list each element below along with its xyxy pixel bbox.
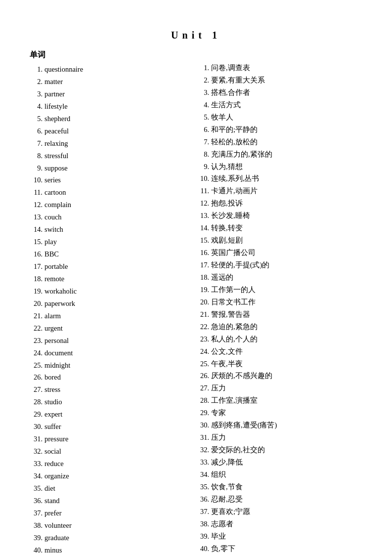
- meaning-item: 2.要紧,有重大关系: [194, 74, 362, 86]
- word-item: 27.stress: [30, 383, 184, 396]
- meaning-text: 压力: [211, 382, 362, 394]
- meaning-text: 认为,猜想: [211, 161, 362, 173]
- meaning-item: 21.警报,警告器: [194, 308, 362, 321]
- word-item: 25.midnight: [30, 359, 184, 372]
- meaning-item: 18.遥远的: [194, 271, 362, 284]
- meaning-number: 35.: [194, 481, 209, 493]
- word-number: 40.: [30, 544, 43, 553]
- meaning-number: 6.: [194, 124, 209, 136]
- meaning-text: 厌烦的,不感兴趣的: [211, 370, 362, 382]
- word-text: partner: [44, 88, 184, 100]
- meaning-number: 4.: [194, 99, 209, 111]
- meanings-list: 1.问卷,调查表2.要紧,有重大关系3.搭档,合作者4.生活方式5.牧羊人6.和…: [194, 62, 362, 553]
- word-number: 35.: [30, 482, 43, 495]
- word-item: 5.shepherd: [30, 113, 184, 125]
- word-number: 17.: [30, 260, 43, 273]
- word-item: 32.social: [30, 445, 184, 458]
- word-item: 26.bored: [30, 371, 184, 383]
- word-text: suppose: [44, 162, 184, 174]
- meaning-number: 9.: [194, 161, 209, 173]
- meaning-text: 轻松的,放松的: [211, 136, 362, 148]
- word-text: matter: [44, 76, 184, 88]
- word-number: 9.: [30, 162, 43, 174]
- word-text: stand: [44, 495, 184, 507]
- word-number: 38.: [30, 519, 43, 532]
- meaning-number: 8.: [194, 148, 209, 161]
- meaning-text: 私人的,个人的: [211, 333, 362, 345]
- word-number: 2.: [30, 76, 43, 88]
- word-number: 16.: [30, 248, 43, 260]
- word-number: 33.: [30, 458, 43, 470]
- word-text: organize: [44, 470, 184, 482]
- word-item: 28.studio: [30, 396, 184, 408]
- meaning-number: 28.: [194, 394, 209, 407]
- meaning-item: 19.工作第一的人: [194, 284, 362, 296]
- meaning-text: 充满压力的,紧张的: [211, 148, 362, 161]
- meaning-text: 抱怨,投诉: [211, 197, 362, 210]
- word-text: reduce: [44, 458, 184, 470]
- word-item: 7.relaxing: [30, 137, 184, 150]
- word-item: 35.diet: [30, 482, 184, 495]
- word-item: 31.pressure: [30, 433, 184, 445]
- meaning-number: 22.: [194, 321, 209, 333]
- word-item: 33.reduce: [30, 458, 184, 470]
- meaning-text: 牧羊人: [211, 111, 362, 124]
- meaning-number: 10.: [194, 172, 209, 185]
- meaning-item: 26.厌烦的,不感兴趣的: [194, 370, 362, 382]
- word-item: 29.expert: [30, 408, 184, 421]
- word-item: 30.suffer: [30, 421, 184, 433]
- word-number: 19.: [30, 285, 43, 298]
- word-number: 12.: [30, 199, 43, 211]
- meaning-item: 4.生活方式: [194, 99, 362, 111]
- meaning-number: 37.: [194, 506, 209, 518]
- meaning-item: 13.长沙发,睡椅: [194, 210, 362, 222]
- word-number: 31.: [30, 433, 43, 445]
- meaning-text: 压力: [211, 431, 362, 444]
- word-item: 19.workaholic: [30, 285, 184, 298]
- meaning-item: 29.专家: [194, 407, 362, 419]
- word-text: urgent: [44, 322, 184, 335]
- word-item: 40.minus: [30, 544, 184, 553]
- word-text: alarm: [44, 310, 184, 322]
- word-item: 18.remote: [30, 273, 184, 285]
- meaning-number: 13.: [194, 210, 209, 222]
- meaning-item: 24.公文,文件: [194, 345, 362, 358]
- meaning-number: 27.: [194, 382, 209, 394]
- word-text: BBC: [44, 248, 184, 260]
- meaning-item: 35.饮食,节食: [194, 481, 362, 493]
- meaning-item: 40.负,零下: [194, 543, 362, 553]
- meaning-item: 30.感到疼痛,遭受(痛苦): [194, 419, 362, 431]
- word-item: 17.portable: [30, 260, 184, 273]
- meaning-text: 连续,系列,丛书: [211, 172, 362, 185]
- word-number: 20.: [30, 298, 43, 310]
- meaning-number: 38.: [194, 518, 209, 530]
- meaning-number: 11.: [194, 185, 209, 197]
- meaning-text: 专家: [211, 407, 362, 419]
- word-item: 3.partner: [30, 88, 184, 100]
- word-number: 37.: [30, 507, 43, 519]
- meaning-number: 20.: [194, 296, 209, 308]
- word-item: 11.cartoon: [30, 186, 184, 199]
- meaning-text: 午夜,半夜: [211, 358, 362, 370]
- word-text: expert: [44, 408, 184, 421]
- meaning-number: 17.: [194, 259, 209, 271]
- word-number: 30.: [30, 421, 43, 433]
- meaning-text: 遥远的: [211, 271, 362, 284]
- meaning-item: 22.急迫的,紧急的: [194, 321, 362, 333]
- meaning-number: 3.: [194, 86, 209, 99]
- meaning-text: 工作第一的人: [211, 284, 362, 296]
- meaning-text: 急迫的,紧急的: [211, 321, 362, 333]
- word-text: shepherd: [44, 113, 184, 125]
- meaning-number: 39.: [194, 530, 209, 543]
- word-text: bored: [44, 371, 184, 383]
- meaning-text: 长沙发,睡椅: [211, 210, 362, 222]
- meaning-item: 9.认为,猜想: [194, 161, 362, 173]
- meaning-item: 16.英国广播公司: [194, 247, 362, 259]
- word-number: 7.: [30, 137, 43, 150]
- word-number: 26.: [30, 371, 43, 383]
- word-item: 39.graduate: [30, 532, 184, 544]
- word-text: cartoon: [44, 186, 184, 199]
- word-item: 9.suppose: [30, 162, 184, 174]
- meaning-number: 7.: [194, 136, 209, 148]
- meaning-text: 更喜欢;宁愿: [211, 506, 362, 518]
